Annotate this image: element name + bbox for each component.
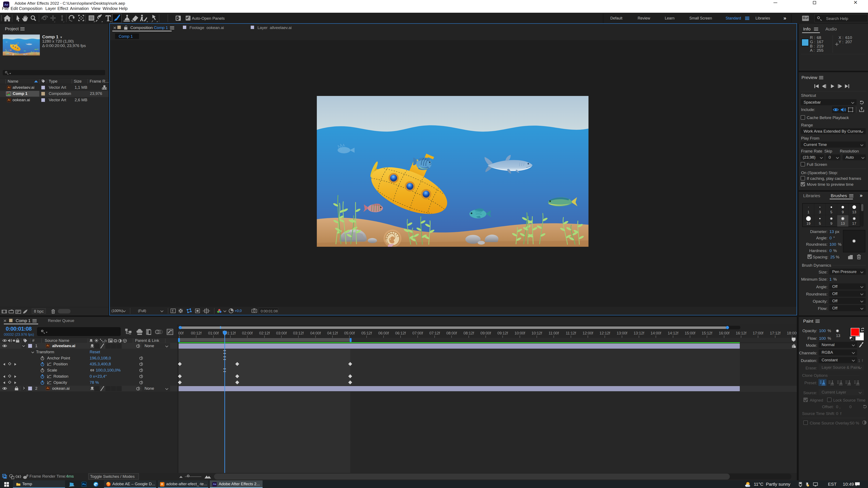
svg-text:9: 9 <box>830 222 832 226</box>
svg-text:13: 13 <box>841 222 845 226</box>
svg-text:13: 13 <box>852 210 856 214</box>
svg-text:fx: fx <box>104 339 107 343</box>
svg-text:1: 1 <box>807 210 809 214</box>
svg-text:5: 5 <box>830 210 832 214</box>
svg-text:17: 17 <box>852 222 856 226</box>
svg-text:3: 3 <box>819 210 821 214</box>
svg-text:9: 9 <box>842 210 844 214</box>
svg-text:!: ! <box>808 485 808 487</box>
svg-text:19: 19 <box>807 222 811 226</box>
svg-text:5: 5 <box>819 222 821 226</box>
